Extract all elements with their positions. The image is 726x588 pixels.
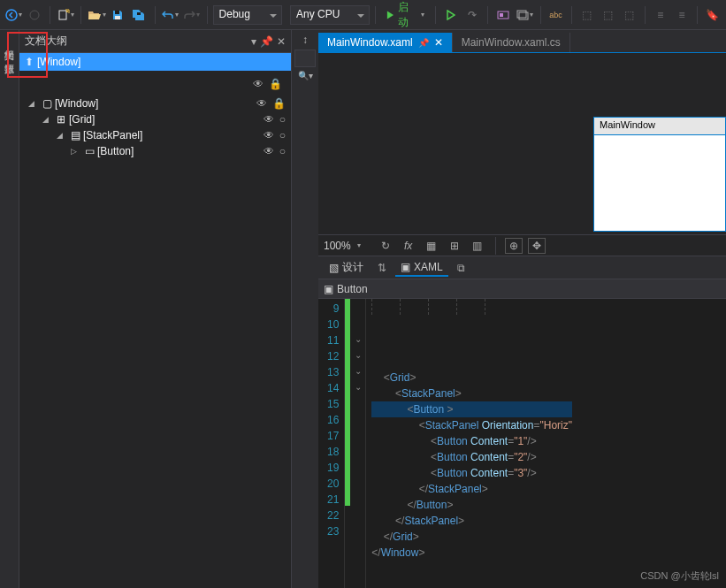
svg-rect-8	[500, 13, 503, 17]
bookmark-icon[interactable]: 🔖	[703, 4, 722, 26]
tree-node[interactable]: ◢⊞[Grid]👁○	[19, 111, 291, 127]
save-all-button[interactable]	[129, 4, 149, 26]
df-select-icon[interactable]: ⊕	[505, 238, 523, 254]
close-icon[interactable]: ✕	[434, 36, 443, 49]
popout-icon[interactable]: ⧉	[457, 262, 465, 274]
line-numbers: 91011121314151617181920212223	[318, 299, 345, 588]
design-code-split-bar: ▧ 设计 ⇅ ▣ XAML ⧉	[318, 256, 726, 279]
breadcrumb-icon: ▣	[324, 283, 333, 295]
design-icon: ▧	[329, 262, 339, 274]
svg-rect-4	[115, 11, 119, 14]
open-button[interactable]: ▾	[87, 4, 106, 26]
pin-icon[interactable]: 📌	[418, 38, 429, 48]
tree-node[interactable]: ◢▢[Window]👁🔒	[19, 95, 291, 111]
design-window-body[interactable]	[593, 134, 726, 232]
design-window-titlebar: MainWindow	[593, 117, 726, 134]
undo-button[interactable]: ▾	[160, 4, 180, 26]
df-refresh-icon[interactable]: ↻	[377, 238, 394, 254]
main-toolbar: ▾ ▾ ▾ ▾ ▾ Debug Any CPU 启动▾ ↷ ▾ abc ⬚ ⬚ …	[0, 0, 726, 30]
tree-node[interactable]: ▷▭[Button]👁○	[19, 143, 291, 159]
tb-icon-6[interactable]: ⬚	[620, 4, 639, 26]
xaml-tab[interactable]: ▣ XAML	[395, 259, 448, 277]
fold-column[interactable]: ⌄⌄⌄⌄	[350, 299, 366, 588]
code-content[interactable]: <Grid> <StackPanel> <Button > <StackPane…	[366, 299, 572, 588]
side-tab-well: 文档大纲 数据源	[0, 30, 19, 588]
df-ruler-icon[interactable]: ▥	[469, 238, 486, 254]
svg-rect-6	[137, 12, 141, 15]
nav-forward-button[interactable]	[25, 4, 44, 26]
svg-point-0	[6, 10, 17, 20]
mini-toolbar: ↕ 🔍▾	[292, 30, 318, 588]
tb-icon-8[interactable]: ≡	[672, 4, 692, 26]
document-outline-panel: 文档大纲 ▾ 📌 ✕ ⬆ [Window] 👁🔒 ◢▢[Window]👁🔒◢⊞[…	[19, 30, 292, 588]
designer-footer: 100% ▾ ↻ fx ▦ ⊞ ▥ ⊕ ✥	[318, 234, 726, 256]
tab-xaml[interactable]: MainWindow.xaml 📌 ✕	[318, 33, 453, 52]
side-tab-outline[interactable]: 文档大纲	[1, 35, 18, 50]
run-label: 启动	[398, 0, 416, 30]
code-breadcrumb[interactable]: ▣ Button	[318, 279, 726, 299]
document-tabs: MainWindow.xaml 📌 ✕ MainWindow.xaml.cs	[318, 30, 726, 53]
tb-icon-1[interactable]	[493, 4, 513, 26]
eye-icon: 👁	[253, 78, 264, 90]
up-arrow-icon: ⬆	[25, 56, 34, 68]
code-editor[interactable]: 91011121314151617181920212223 ⌄⌄⌄⌄ <Grid…	[318, 299, 726, 588]
save-button[interactable]	[108, 4, 127, 26]
nav-back-button[interactable]: ▾	[4, 4, 23, 26]
tb-icon-5[interactable]: ⬚	[599, 4, 618, 26]
tab-cs[interactable]: MainWindow.xaml.cs	[453, 33, 570, 52]
svg-rect-2	[59, 11, 66, 19]
swap-icon[interactable]: ⇅	[378, 262, 386, 274]
panel-title: 文档大纲	[25, 34, 251, 49]
tb-icon-2[interactable]: ▾	[515, 4, 534, 26]
side-tab-datasource[interactable]: 数据源	[1, 50, 18, 64]
run-button[interactable]: 启动▾	[381, 4, 430, 26]
step-button[interactable]: ↷	[462, 4, 482, 26]
zoom-label[interactable]: 100%	[324, 240, 351, 252]
close-icon[interactable]: ✕	[277, 35, 286, 48]
mini-search-icon[interactable]: 🔍▾	[298, 71, 313, 80]
panel-dropdown-icon[interactable]: ▾	[251, 35, 256, 48]
df-fx-icon[interactable]: fx	[400, 238, 417, 254]
design-tab[interactable]: ▧ 设计	[324, 258, 369, 277]
svg-point-1	[30, 11, 39, 19]
tb-icon-4[interactable]: ⬚	[577, 4, 597, 26]
platform-selector[interactable]: Any CPU	[290, 5, 370, 25]
tb-icon-7[interactable]: ≡	[651, 4, 670, 26]
watermark: CSDN @小齿轮lsl	[640, 569, 719, 583]
outline-tree: ◢▢[Window]👁🔒◢⊞[Grid]👁○◢▤[StackPanel]👁○▷▭…	[19, 92, 291, 163]
svg-rect-5	[115, 16, 120, 19]
mini-up-icon[interactable]: ↕	[302, 34, 308, 46]
xaml-icon: ▣	[401, 261, 410, 273]
df-pan-icon[interactable]: ✥	[528, 238, 546, 254]
outline-selected[interactable]: ⬆ [Window]	[19, 53, 291, 71]
config-selector[interactable]: Debug	[213, 5, 282, 25]
mini-search[interactable]	[294, 50, 316, 67]
svg-point-3	[66, 11, 68, 12]
tree-node[interactable]: ◢▤[StackPanel]👁○	[19, 127, 291, 143]
lock-icon: 🔒	[269, 78, 282, 90]
new-item-button[interactable]: ▾	[56, 4, 75, 26]
pin-icon[interactable]: 📌	[260, 35, 273, 48]
tb-icon-3[interactable]: abc	[546, 4, 566, 26]
editor-area: MainWindow.xaml 📌 ✕ MainWindow.xaml.cs M…	[318, 30, 726, 588]
df-grid-icon[interactable]: ▦	[423, 238, 440, 254]
run-no-debug-button[interactable]	[441, 4, 461, 26]
redo-button[interactable]: ▾	[182, 4, 202, 26]
df-snap-icon[interactable]: ⊞	[446, 238, 463, 254]
designer-surface[interactable]: MainWindow 100% ▾ ↻ fx ▦ ⊞ ▥ ⊕ ✥	[318, 53, 726, 256]
